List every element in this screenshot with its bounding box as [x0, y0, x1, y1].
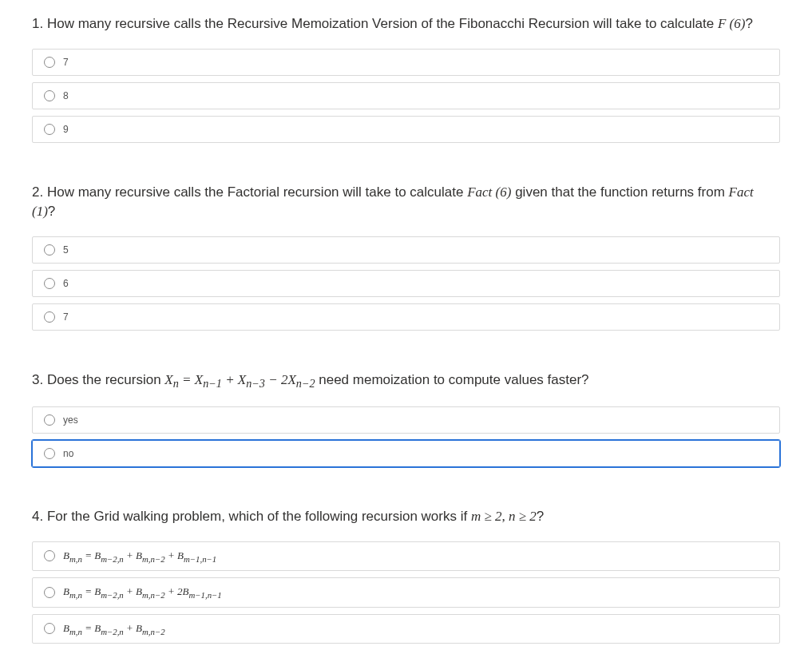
option-q4-1[interactable]: Bm,n = Bm−2,n + Bm,n−2 + Bm−1,n−1	[32, 541, 780, 572]
question-math: F (6)	[718, 16, 745, 31]
question-prefix: For the Grid walking problem, which of t…	[47, 509, 471, 524]
question-number: 2.	[32, 184, 43, 200]
option-q1-2[interactable]: 8	[32, 82, 780, 109]
option-q1-1[interactable]: 7	[32, 49, 780, 76]
question-prefix: Does the recursion	[47, 372, 164, 387]
question-2-text: 2. How many recursive calls the Factoria…	[32, 183, 780, 222]
option-q4-3[interactable]: Bm,n = Bm−2,n + Bm,n−2	[32, 614, 780, 644]
option-label: 6	[63, 278, 69, 289]
question-4-text: 4. For the Grid walking problem, which o…	[32, 507, 780, 527]
question-number: 3.	[32, 372, 43, 387]
option-label: yes	[63, 414, 78, 426]
question-3-text: 3. Does the recursion Xn = Xn−1 + Xn−3 −…	[32, 371, 780, 392]
option-q3-2[interactable]: no	[32, 440, 780, 467]
question-prefix: How many recursive calls the Recursive M…	[47, 16, 718, 31]
radio-icon	[44, 90, 55, 101]
radio-icon	[44, 124, 55, 135]
question-4: 4. For the Grid walking problem, which o…	[32, 507, 780, 644]
radio-icon	[44, 587, 55, 598]
question-1: 1. How many recursive calls the Recursiv…	[32, 14, 780, 143]
radio-icon	[44, 57, 55, 68]
question-1-text: 1. How many recursive calls the Recursiv…	[32, 14, 780, 34]
radio-icon	[44, 550, 55, 561]
option-label: no	[63, 448, 73, 459]
question-suffix: need memoization to compute values faste…	[315, 372, 589, 387]
option-q2-3[interactable]: 7	[32, 303, 780, 331]
option-label: Bm,n = Bm−2,n + Bm,n−2 + 2Bm−1,n−1	[63, 585, 222, 600]
radio-icon	[44, 414, 55, 426]
option-label: Bm,n = Bm−2,n + Bm,n−2 + Bm−1,n−1	[63, 549, 216, 564]
question-math: Fact (6)	[467, 184, 511, 200]
question-suffix: ?	[537, 509, 544, 524]
radio-icon	[44, 311, 55, 323]
option-q2-2[interactable]: 6	[32, 270, 780, 297]
question-math: m ≥ 2, n ≥ 2	[471, 509, 537, 524]
question-math: Xn = Xn−1 + Xn−3 − 2Xn−2	[164, 372, 315, 387]
option-label: 5	[63, 244, 69, 256]
option-q4-2[interactable]: Bm,n = Bm−2,n + Bm,n−2 + 2Bm−1,n−1	[32, 577, 780, 608]
radio-icon	[44, 244, 55, 256]
option-q3-1[interactable]: yes	[32, 406, 780, 434]
radio-icon	[44, 623, 55, 634]
option-q1-3[interactable]: 9	[32, 116, 780, 143]
question-mid: given that the function returns from	[511, 184, 728, 200]
question-3: 3. Does the recursion Xn = Xn−1 + Xn−3 −…	[32, 371, 780, 467]
option-label: Bm,n = Bm−2,n + Bm,n−2	[63, 622, 165, 636]
radio-icon	[44, 448, 55, 459]
question-prefix: How many recursive calls the Factorial r…	[47, 184, 467, 200]
question-suffix: ?	[745, 16, 752, 31]
question-suffix: ?	[48, 204, 55, 219]
option-label: 9	[63, 124, 69, 135]
option-label: 8	[63, 90, 69, 101]
radio-icon	[44, 278, 55, 289]
option-q2-1[interactable]: 5	[32, 236, 780, 264]
option-label: 7	[63, 57, 69, 68]
question-number: 4.	[32, 509, 43, 524]
question-2: 2. How many recursive calls the Factoria…	[32, 183, 780, 331]
question-number: 1.	[32, 16, 43, 31]
option-label: 7	[63, 311, 69, 323]
